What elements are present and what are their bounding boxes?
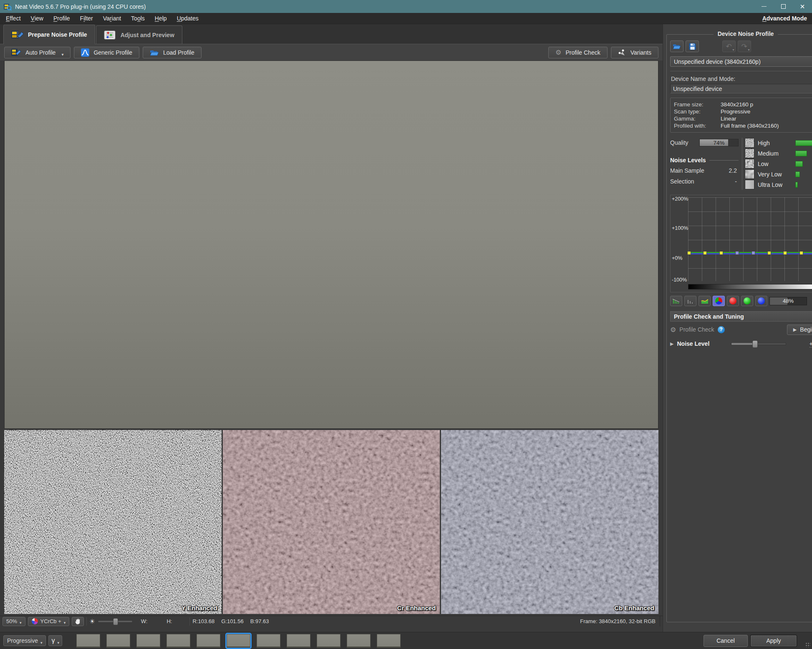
area-chart-button[interactable] <box>699 296 711 306</box>
channel-y-preview[interactable]: Y Enhanced <box>4 430 222 614</box>
frame-thumbnail-4[interactable] <box>166 634 190 648</box>
graph-marker[interactable] <box>687 251 691 255</box>
menu-tools[interactable]: Tools <box>126 13 150 24</box>
apply-button[interactable]: Apply <box>750 635 797 647</box>
frame-thumbnail-3[interactable] <box>136 634 160 648</box>
frame-thumbnail-10[interactable] <box>347 634 371 648</box>
menu-view[interactable]: View <box>26 13 48 24</box>
brightness-slider[interactable] <box>98 620 133 623</box>
zoom-select[interactable]: 50% ▾ <box>3 617 25 626</box>
scan-type-select[interactable]: Progressive ▾ <box>3 635 46 646</box>
frame-thumbnail-5[interactable] <box>197 634 220 648</box>
delete-button[interactable] <box>809 296 812 306</box>
menu-effect[interactable]: Effect <box>5 13 26 24</box>
bottom-bar: Progressive ▾ γ ▾ Cancel Apply <box>0 632 812 649</box>
graph-marker[interactable] <box>751 251 755 255</box>
device-name-field[interactable]: Unspecified device <box>670 84 812 93</box>
redo-button[interactable]: ↷▾ <box>738 40 751 52</box>
device-profile-select[interactable]: Unspecified device (3840x2160p) ▼ <box>670 56 812 67</box>
scan-type-label: Scan type: <box>674 108 721 115</box>
menu-help[interactable]: Help <box>150 13 172 24</box>
gear-icon: ⚙ <box>670 326 676 334</box>
graph-marker[interactable] <box>799 251 803 255</box>
main-sample-value: 2.2 <box>729 167 739 174</box>
auto-profile-button[interactable]: Auto Profile ▾ <box>4 47 71 58</box>
minimize-button[interactable] <box>754 0 774 13</box>
begin-button[interactable]: ▶ Begin <box>787 324 812 335</box>
selection-value: - <box>735 178 739 185</box>
channel-cb-preview[interactable]: Cb Enhanced <box>441 430 658 614</box>
chevron-down-icon[interactable]: ▾ <box>61 52 63 58</box>
frame-thumbnail-9[interactable] <box>317 634 340 648</box>
graph-marker[interactable] <box>703 251 707 255</box>
bar-chart-icon <box>673 298 680 304</box>
maximize-button[interactable] <box>774 0 793 13</box>
advanced-mode-label[interactable]: Advanced Mode <box>762 15 807 22</box>
resize-grip[interactable] <box>805 642 810 647</box>
frame-thumbnail-7[interactable] <box>257 634 280 648</box>
expander-triangle-icon[interactable]: ▶ <box>670 341 673 347</box>
bar-chart-disabled-button[interactable] <box>684 296 696 306</box>
profile-check-button[interactable]: ⚙ Profile Check <box>548 47 608 58</box>
rgb-channels-button[interactable] <box>713 296 725 306</box>
channel-cb-label: Cb Enhanced <box>614 604 654 611</box>
gamma-icon: γ <box>51 637 55 644</box>
variants-button[interactable]: Variants <box>611 47 658 58</box>
noise-profile-graph[interactable]: +200% +100% +0% -100% <box>670 195 812 292</box>
tab-prepare-noise-profile[interactable]: Prepare Noise Profile <box>3 25 95 44</box>
cancel-button[interactable]: Cancel <box>704 635 748 647</box>
profile-check-row: ⚙ Profile Check ? ▶ Begin <box>670 322 812 337</box>
graph-marker[interactable] <box>767 251 771 255</box>
frame-thumbnail-11[interactable] <box>377 634 401 648</box>
frame-thumbnail-1[interactable] <box>76 634 100 648</box>
save-profile-button[interactable] <box>686 40 699 52</box>
variants-icon <box>618 49 626 56</box>
frame-thumbnail-6-selected[interactable] <box>227 634 250 648</box>
menu-profile[interactable]: Profile <box>48 13 75 24</box>
profiled-with-value: Full frame (3840x2160) <box>721 123 779 129</box>
channel-mode-value: YCrCb + <box>40 618 61 624</box>
red-channel-button[interactable] <box>727 296 739 306</box>
menu-variant[interactable]: Variant <box>98 13 126 24</box>
generic-profile-button[interactable]: Generic Profile <box>74 47 139 58</box>
toolbar: Auto Profile ▾ Generic Profile Load Prof… <box>0 44 663 60</box>
channel-mode-select[interactable]: YCrCb + ▾ <box>28 617 70 626</box>
gamma-button[interactable]: γ ▾ <box>48 635 62 646</box>
main-preview-frame[interactable] <box>4 60 658 429</box>
load-profile-button[interactable]: Load Profile <box>143 47 202 58</box>
generic-profile-label: Generic Profile <box>93 49 132 56</box>
blue-circle-icon <box>758 297 765 304</box>
noise-level-slider[interactable] <box>731 342 786 345</box>
pan-tool-button[interactable] <box>72 617 84 626</box>
frame-thumbnail-8[interactable] <box>287 634 310 648</box>
undo-button[interactable]: ↶▾ <box>722 40 736 52</box>
close-button[interactable]: ✕ <box>793 0 812 13</box>
menu-filter[interactable]: Filter <box>75 13 98 24</box>
menu-updates[interactable]: Updates <box>172 13 204 24</box>
gamma-value: Linear <box>721 116 736 122</box>
graph-marker[interactable] <box>783 251 787 255</box>
freq-medium-thumbnail <box>745 148 754 158</box>
chevron-down-icon: ▾ <box>64 621 66 626</box>
graph-marker[interactable] <box>719 251 723 255</box>
tab-adjust-and-preview[interactable]: Adjust and Preview <box>96 25 182 44</box>
y-noise-image <box>4 430 222 614</box>
blue-channel-button[interactable] <box>755 296 767 306</box>
freq-high-thumbnail <box>745 138 754 148</box>
chevron-down-icon: ▾ <box>57 641 59 646</box>
tab-prepare-label: Prepare Noise Profile <box>28 31 87 38</box>
gamma-label: Gamma: <box>674 116 721 122</box>
help-icon[interactable]: ? <box>718 326 725 333</box>
device-noise-profile-groupbox: Device Noise Profile ↶▾ ↷▾ i Unspecified… <box>666 34 812 622</box>
frame-thumbnail-2[interactable] <box>106 634 130 648</box>
channel-y-label: Y Enhanced <box>182 604 217 611</box>
device-name-label: Device Name and Mode: <box>671 75 812 82</box>
open-profile-button[interactable] <box>670 40 683 52</box>
device-profile-value: Unspecified device (3840x2160p) <box>674 58 761 65</box>
channel-cr-preview[interactable]: Cr Enhanced <box>223 430 440 614</box>
brightness-gradient-axis <box>688 284 812 289</box>
bar-chart-button[interactable] <box>670 296 682 306</box>
chevron-down-icon: ▾ <box>40 641 43 646</box>
graph-marker[interactable] <box>735 251 739 255</box>
green-channel-button[interactable] <box>741 296 753 306</box>
